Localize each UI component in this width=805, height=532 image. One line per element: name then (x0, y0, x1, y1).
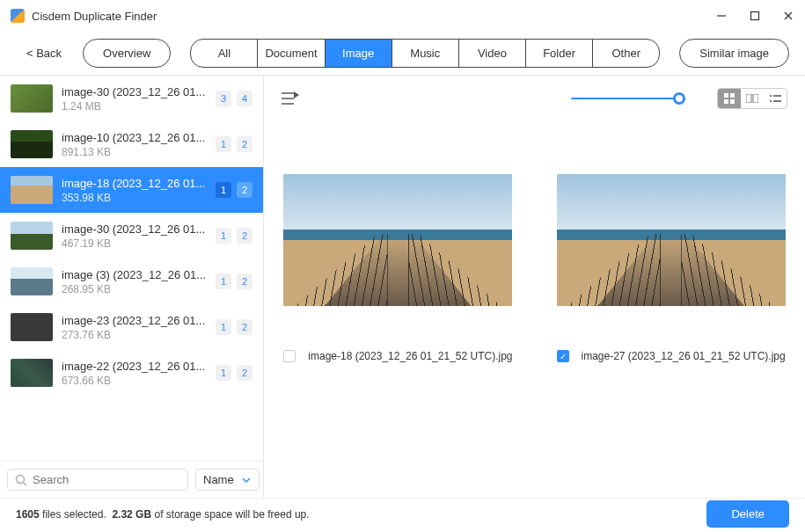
list-item[interactable]: image-18 (2023_12_26 01... 353.98 KB 1 2 (0, 167, 263, 213)
slider-track (571, 98, 685, 99)
preview-filename: image-27 (2023_12_26 01_21_52 UTC).jpg (582, 350, 786, 362)
list-item[interactable]: image (3) (2023_12_26 01... 268.95 KB 1 … (0, 259, 263, 304)
file-badges: 1 2 (216, 319, 252, 335)
badge-count: 1 (216, 365, 231, 381)
file-info: image-23 (2023_12_26 01... 273.76 KB (62, 314, 207, 341)
preview-grid: image-18 (2023_12_26 01_21_52 UTC).jpg ✓… (264, 121, 805, 498)
status-text: 1605 files selected. 2.32 GB of storage … (16, 508, 310, 521)
file-info: image-30 (2023_12_26 01... 1.24 MB (62, 85, 207, 113)
list-item[interactable]: image-22 (2023_12_26 01... 673.66 KB 1 2 (0, 350, 263, 396)
file-name: image-22 (2023_12_26 01... (62, 360, 207, 373)
tab-all[interactable]: All (191, 40, 258, 67)
list-item[interactable]: image-10 (2023_12_26 01... 891.13 KB 1 2 (0, 121, 263, 167)
tab-document[interactable]: Document (258, 40, 325, 67)
badge-count: 1 (216, 228, 231, 244)
overview-button[interactable]: Overview (83, 39, 171, 68)
file-size: 1.24 MB (62, 100, 207, 113)
file-size: 268.95 KB (62, 283, 207, 295)
file-name: image-30 (2023_12_26 01... (62, 85, 207, 98)
select-checkbox[interactable] (283, 350, 296, 362)
file-badges: 3 4 (216, 91, 252, 106)
preview-label-row: image-18 (2023_12_26 01_21_52 UTC).jpg (283, 350, 512, 362)
category-tabs: All Document Image Music Video Folder Ot… (190, 39, 660, 68)
file-name: image-30 (2023_12_26 01... (62, 222, 207, 236)
tab-image[interactable]: Image (326, 40, 392, 67)
tab-folder[interactable]: Folder (526, 40, 593, 67)
preview-panel: image-18 (2023_12_26 01_21_52 UTC).jpg ✓… (264, 76, 805, 498)
file-list[interactable]: image-30 (2023_12_26 01... 1.24 MB 3 4 i… (0, 76, 263, 461)
file-info: image-10 (2023_12_26 01... 891.13 KB (62, 131, 207, 158)
file-info: image-18 (2023_12_26 01... 353.98 KB (62, 177, 207, 204)
file-info: image-22 (2023_12_26 01... 673.66 KB (62, 360, 207, 387)
list-settings-icon[interactable] (282, 91, 299, 106)
file-info: image (3) (2023_12_26 01... 268.95 KB (62, 268, 207, 295)
file-thumbnail (11, 176, 53, 204)
delete-button[interactable]: Delete (706, 500, 789, 528)
select-checkbox[interactable]: ✓ (557, 350, 569, 362)
grid-view-button[interactable] (718, 89, 741, 108)
titlebar: Cisdem Duplicate Finder (0, 0, 805, 32)
preview-image[interactable] (557, 174, 786, 306)
file-size: 353.98 KB (62, 192, 207, 204)
svg-point-10 (770, 100, 772, 102)
tab-music[interactable]: Music (392, 40, 459, 67)
badge-count: 1 (216, 273, 231, 289)
file-badges: 1 2 (216, 228, 252, 244)
toolbar: < Back Overview All Document Image Music… (0, 32, 805, 75)
file-info: image-30 (2023_12_26 01... 467.19 KB (62, 222, 207, 250)
search-sort-row: Name (0, 461, 263, 498)
slider-handle[interactable] (673, 92, 685, 105)
svg-rect-7 (753, 94, 758, 103)
preview-image[interactable] (283, 174, 512, 306)
view-mode-switch (717, 88, 787, 109)
list-view-button[interactable] (764, 89, 787, 108)
file-name: image-18 (2023_12_26 01... (62, 177, 207, 190)
svg-rect-6 (746, 94, 751, 103)
svg-point-1 (17, 475, 25, 483)
sort-dropdown[interactable]: Name (195, 469, 260, 491)
similar-image-button[interactable]: Similar image (679, 39, 789, 68)
list-item[interactable]: image-23 (2023_12_26 01... 273.76 KB 1 2 (0, 304, 263, 350)
file-thumbnail (11, 222, 53, 250)
close-button[interactable] (782, 10, 794, 22)
svg-rect-11 (773, 100, 781, 102)
preview-label-row: ✓ image-27 (2023_12_26 01_21_52 UTC).jpg (557, 350, 786, 362)
window-controls (715, 10, 794, 22)
minimize-button[interactable] (715, 10, 728, 22)
file-size: 891.13 KB (62, 146, 207, 158)
maximize-button[interactable] (749, 10, 761, 22)
svg-rect-9 (773, 95, 781, 97)
badge-count: 2 (237, 273, 252, 289)
tab-other[interactable]: Other (593, 40, 659, 67)
svg-point-8 (770, 95, 772, 97)
sidebar: image-30 (2023_12_26 01... 1.24 MB 3 4 i… (0, 76, 264, 498)
svg-rect-0 (751, 12, 759, 20)
search-box[interactable] (7, 469, 188, 491)
list-item[interactable]: image-30 (2023_12_26 01... 1.24 MB 3 4 (0, 76, 263, 121)
file-size: 273.76 KB (62, 329, 207, 341)
zoom-slider[interactable] (571, 96, 685, 101)
badge-count: 2 (237, 365, 252, 381)
list-item[interactable]: image-30 (2023_12_26 01... 467.19 KB 1 2 (0, 213, 263, 259)
preview-card: image-18 (2023_12_26 01_21_52 UTC).jpg (283, 174, 512, 362)
svg-rect-2 (724, 93, 728, 98)
tab-video[interactable]: Video (459, 40, 526, 67)
file-badges: 1 2 (216, 365, 252, 381)
freed-size: 2.32 GB (112, 508, 151, 521)
preview-filename: image-18 (2023_12_26 01_21_52 UTC).jpg (308, 350, 512, 362)
file-thumbnail (11, 84, 53, 113)
file-size: 467.19 KB (62, 237, 207, 250)
back-button[interactable]: < Back (16, 41, 72, 65)
file-thumbnail (11, 313, 53, 341)
preview-toolbar (264, 76, 805, 121)
file-size: 673.66 KB (62, 375, 207, 387)
badge-count: 2 (237, 136, 252, 152)
search-input[interactable] (33, 473, 180, 486)
badge-count: 2 (237, 228, 252, 244)
badge-count: 1 (216, 136, 231, 152)
split-view-button[interactable] (741, 89, 764, 108)
file-badges: 1 2 (216, 136, 252, 152)
sort-label: Name (203, 473, 234, 486)
app-title: Cisdem Duplicate Finder (32, 10, 715, 23)
badge-count: 4 (237, 91, 252, 106)
